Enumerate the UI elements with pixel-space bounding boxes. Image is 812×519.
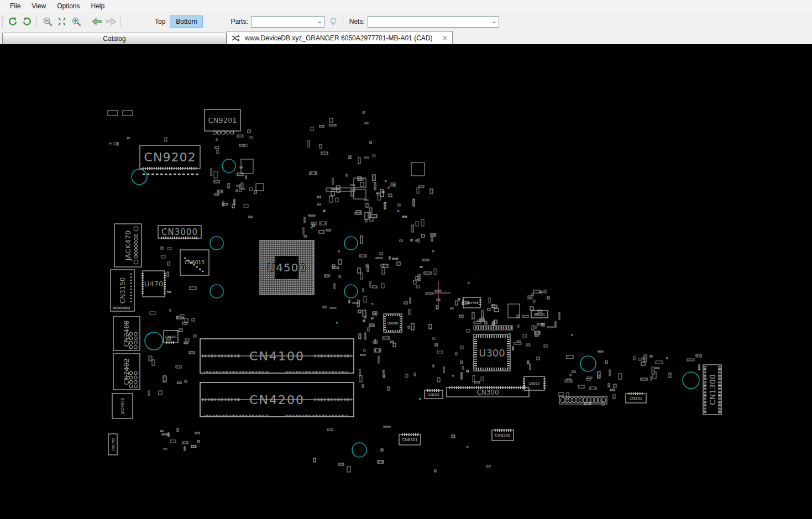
mounting-hole: [344, 285, 358, 298]
nets-combobox[interactable]: ⌄: [368, 16, 499, 28]
component-CN300[interactable]: CN300: [447, 386, 529, 397]
rotate-ccw-icon: [8, 17, 18, 27]
component-JACK470[interactable]: JACK470: [114, 224, 142, 267]
svg-text:CN1300: CN1300: [708, 374, 717, 405]
svg-text:U8000: U8000: [387, 321, 399, 325]
svg-text:CN1700: CN1700: [111, 438, 115, 451]
component-CN9202[interactable]: CN9202: [140, 145, 200, 170]
close-tab-icon[interactable]: ✕: [442, 35, 448, 41]
layer-top-option[interactable]: Top: [151, 16, 169, 27]
nav-back-button[interactable]: [90, 15, 103, 28]
rotate-ccw-button[interactable]: [6, 15, 19, 28]
zoom-in-icon: [71, 17, 81, 27]
mounting-hole: [683, 372, 699, 389]
nets-label: Nets:: [349, 18, 365, 25]
svg-text:Q8010: Q8010: [529, 381, 540, 385]
svg-text:CN202: CN202: [630, 396, 643, 401]
menu-view[interactable]: View: [26, 1, 51, 11]
svg-text:U470: U470: [144, 280, 163, 288]
svg-text:CN4200: CN4200: [249, 393, 305, 407]
tab-board-view[interactable]: www.DeviceDB.xyz_GRANGER 6050A2977701-MB…: [227, 31, 453, 44]
chevron-down-icon: ⌄: [492, 18, 497, 25]
component-CN500[interactable]: CN500: [164, 331, 178, 344]
zoom-in-button[interactable]: [70, 15, 83, 28]
fit-view-button[interactable]: [55, 15, 69, 28]
svg-text:CN8301: CN8301: [402, 438, 418, 442]
toolbar-separator: [343, 16, 343, 27]
svg-text:CN3150: CN3150: [119, 277, 127, 304]
tab-catalog-label: Catalog: [103, 35, 125, 43]
app-window: File View Options Help Top: [0, 0, 812, 519]
component-CN1700[interactable]: CN1700: [108, 434, 117, 455]
menu-file[interactable]: File: [4, 1, 26, 11]
svg-text:U300: U300: [479, 347, 505, 359]
mounting-hole: [210, 285, 223, 298]
zoom-out-icon: [43, 17, 53, 27]
component-CN2402[interactable]: CN2402: [113, 354, 140, 390]
component-CN3150[interactable]: CN3150: [111, 270, 134, 311]
component-CN1300[interactable]: CN1300: [703, 365, 721, 415]
toolbar: Top Bottom Parts: ⌄ Nets: ⌄: [0, 12, 812, 31]
svg-text:JACK470: JACK470: [124, 230, 132, 261]
component-U8000[interactable]: U8000: [384, 314, 402, 332]
zoom-out-button[interactable]: [41, 15, 54, 28]
component-CN9201[interactable]: CN9201: [205, 109, 240, 131]
tab-catalog[interactable]: Catalog: [2, 33, 227, 44]
svg-text:CN9202: CN9202: [144, 150, 196, 164]
component-JACK500[interactable]: JACK500: [112, 394, 133, 418]
toolbar-separator: [36, 16, 37, 27]
mounting-hole: [344, 237, 358, 250]
mounting-hole: [580, 356, 596, 371]
menu-help[interactable]: Help: [86, 1, 111, 11]
tab-bar: Catalog www.DeviceDB.xyz_GRANGER 6050A29…: [0, 31, 812, 44]
svg-text:U4500: U4500: [268, 261, 307, 274]
crosshair-cursor: [426, 281, 450, 305]
nav-back-icon: [91, 17, 102, 26]
rotate-cw-icon: [22, 17, 32, 27]
shuffle-icon: [232, 34, 240, 43]
highlight-lamp-button[interactable]: [327, 15, 340, 28]
menu-bar: File View Options Help: [0, 0, 812, 12]
lamp-icon: [329, 17, 338, 26]
component-CN8300[interactable]: CN8300: [492, 429, 514, 441]
parts-label: Parts:: [230, 18, 248, 25]
nav-forward-icon: [106, 17, 117, 26]
menu-options[interactable]: Options: [51, 1, 85, 11]
nav-forward-button[interactable]: [104, 15, 118, 28]
component-CN4200[interactable]: CN4200: [200, 382, 354, 417]
toolbar-separator: [121, 16, 121, 27]
fit-view-icon: [57, 17, 67, 27]
component-CN3000[interactable]: CN3000: [158, 226, 201, 239]
mounting-hole: [132, 169, 147, 185]
svg-text:CN9201: CN9201: [208, 116, 237, 124]
component-CN4100[interactable]: CN4100: [200, 339, 354, 373]
component-CN4706[interactable]: CN4706: [462, 297, 481, 308]
toolbar-gripper[interactable]: [2, 16, 5, 27]
component-CN6015[interactable]: CN6015: [180, 250, 209, 275]
mounting-hole: [352, 443, 366, 457]
component-U300[interactable]: U300: [474, 334, 510, 371]
component-U4500[interactable]: U4500: [260, 240, 314, 295]
svg-text:CN4100: CN4100: [249, 349, 305, 363]
svg-text:CN300: CN300: [476, 389, 499, 396]
svg-text:JACK500: JACK500: [121, 398, 125, 415]
svg-text:CN301: CN301: [534, 312, 545, 316]
svg-text:CN500: CN500: [165, 335, 176, 339]
component-CN8301[interactable]: CN8301: [399, 433, 421, 445]
component-CN2400[interactable]: CN2400: [113, 317, 140, 350]
component-U470[interactable]: U470: [142, 271, 166, 297]
chevron-down-icon: ⌄: [317, 18, 322, 25]
svg-text:CN3000: CN3000: [161, 227, 198, 237]
svg-text:CN203: CN203: [428, 392, 439, 396]
mounting-hole: [145, 332, 163, 350]
component-CN203[interactable]: CN203: [425, 389, 443, 399]
toolbar-separator: [86, 16, 86, 27]
component-Q8010[interactable]: Q8010: [523, 376, 546, 390]
board-canvas[interactable]: CN9201CN9202CN3000JACK470CN3150U470CN601…: [0, 44, 812, 519]
component-CN202[interactable]: CN202: [626, 392, 646, 403]
parts-combobox[interactable]: ⌄: [251, 16, 324, 28]
layer-bottom-option[interactable]: Bottom: [170, 15, 203, 28]
rotate-cw-button[interactable]: [20, 15, 34, 28]
svg-text:CN4706: CN4706: [465, 301, 479, 305]
mounting-hole: [210, 237, 223, 250]
